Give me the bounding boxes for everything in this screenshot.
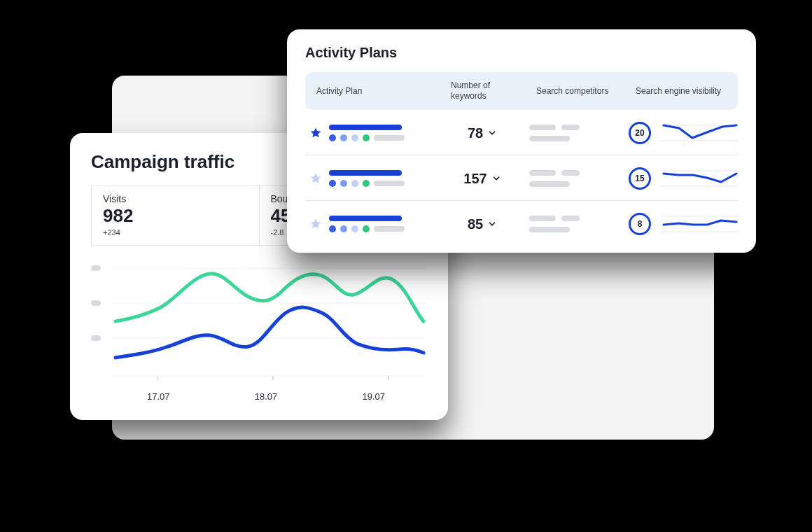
- competitors-placeholder: [529, 170, 620, 187]
- campaign-traffic-chart: 17.07 18.07 19.07: [91, 258, 427, 402]
- competitors-placeholder: [529, 125, 620, 141]
- keywords-cell[interactable]: 85: [444, 216, 521, 232]
- star-icon[interactable]: [309, 172, 322, 185]
- keywords-value: 85: [468, 216, 483, 232]
- activity-plans-header: Activity Plan Number of keywords Search …: [305, 72, 738, 110]
- svg-rect-1: [91, 300, 101, 306]
- chevron-down-icon: [491, 174, 501, 183]
- visibility-sparkline: [661, 167, 738, 190]
- visibility-cell: 20: [629, 121, 738, 145]
- plan-name-placeholder: [329, 170, 405, 187]
- activity-plans-title: Activity Plans: [305, 45, 738, 61]
- plan-row[interactable]: 85 8: [305, 201, 738, 246]
- visibility-cell: 15: [629, 167, 738, 190]
- chevron-down-icon: [487, 128, 497, 138]
- plan-name-placeholder: [329, 125, 405, 141]
- activity-plans-card: Activity Plans Activity Plan Number of k…: [287, 29, 756, 253]
- metric-visits[interactable]: Visits 982 +234: [92, 186, 259, 245]
- keywords-cell[interactable]: 157: [444, 171, 521, 187]
- visibility-score: 20: [629, 122, 651, 144]
- competitors-placeholder: [529, 216, 620, 232]
- col-competitors: Search competitors: [536, 86, 627, 97]
- visibility-sparkline: [661, 121, 738, 145]
- metric-visits-label: Visits: [103, 193, 248, 204]
- visibility-score: 15: [629, 167, 651, 190]
- visibility-sparkline: [661, 212, 738, 236]
- svg-rect-2: [91, 335, 101, 341]
- visibility-score: 8: [629, 213, 651, 235]
- metric-visits-delta: +234: [103, 228, 248, 237]
- metric-visits-value: 982: [103, 206, 248, 227]
- visibility-cell: 8: [629, 212, 738, 236]
- x-tick-0: 17.07: [147, 391, 170, 402]
- plan-row[interactable]: 157 15: [305, 155, 738, 201]
- star-icon[interactable]: [309, 218, 322, 230]
- keywords-cell[interactable]: 78: [444, 125, 521, 141]
- col-keywords: Number of keywords: [451, 80, 528, 102]
- svg-rect-0: [91, 265, 101, 271]
- plan-row[interactable]: 78 20: [305, 110, 738, 155]
- plan-name-placeholder: [329, 216, 405, 232]
- col-visibility: Search engine visibility: [636, 86, 727, 97]
- x-tick-1: 18.07: [255, 391, 278, 402]
- keywords-value: 78: [468, 125, 483, 141]
- star-icon[interactable]: [309, 127, 322, 139]
- keywords-value: 157: [463, 171, 486, 187]
- col-plan: Activity Plan: [316, 86, 442, 97]
- chevron-down-icon: [487, 219, 497, 229]
- x-tick-2: 19.07: [362, 391, 385, 402]
